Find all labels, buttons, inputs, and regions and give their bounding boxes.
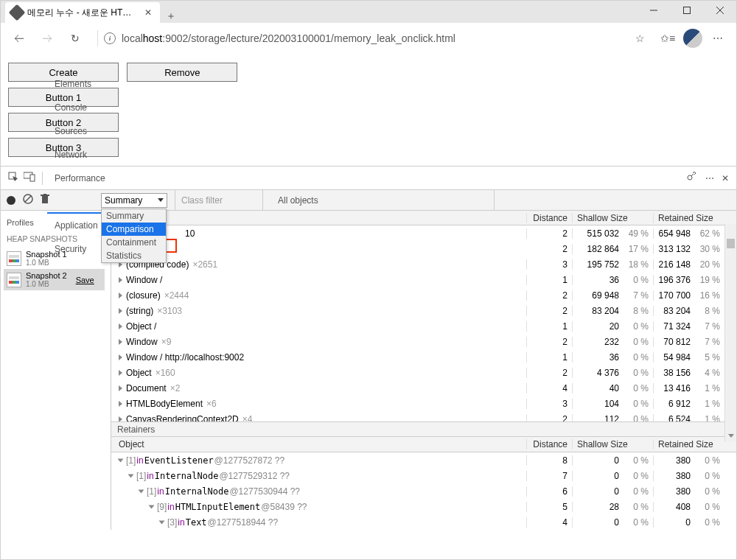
object-filter-dropdown[interactable]: All objects <box>270 190 495 211</box>
svg-rect-6 <box>30 175 35 181</box>
devtools-tab-network[interactable]: Network <box>47 143 113 167</box>
dropdown-item-summary[interactable]: Summary <box>102 209 166 223</box>
devtools-tabs: ElementsConsoleSourcesNetworkPerformance… <box>1 167 736 190</box>
search-devtools-icon[interactable] <box>686 171 698 185</box>
forward-button[interactable]: 🡢 <box>35 26 60 51</box>
profile-avatar[interactable] <box>683 29 702 48</box>
devtools-tab-sources[interactable]: Sources <box>47 119 113 143</box>
grid-row[interactable]: (compiled code)×26513195 75218 %216 1482… <box>111 256 736 272</box>
scrollbar[interactable] <box>724 226 736 442</box>
svg-rect-13 <box>43 194 46 195</box>
devtools-tab-performance[interactable]: Performance <box>47 167 113 190</box>
clear-icon[interactable] <box>23 194 33 206</box>
browser-tab[interactable]: 메모리 누수 - 새로운 HTML 요소 ✕ <box>5 2 160 23</box>
retainer-row[interactable]: [1] in InternalNode @1277530944 ??600 %3… <box>111 483 736 499</box>
inspect-icon[interactable] <box>5 172 21 184</box>
refresh-button[interactable]: ↻ <box>63 26 88 51</box>
class-filter-input[interactable]: Class filter <box>175 190 263 211</box>
grid-row[interactable]: CanvasRenderingContext2D×421120 %6 5241 … <box>111 411 736 421</box>
memory-toolbar: Summary SummaryComparisonContainmentStat… <box>1 190 736 211</box>
retainer-row[interactable]: [1] in InternalNode @1277529312 ??700 %3… <box>111 468 736 483</box>
close-window-button[interactable] <box>703 1 736 20</box>
grid-header: Constructor Distance Shallow Size Retain… <box>111 211 736 225</box>
constructor-grid: Constructor Distance Shallow Size Retain… <box>111 211 736 530</box>
snapshot-item-selected[interactable]: Snapshot 21.0 MB Save <box>4 269 105 290</box>
chevron-down-icon <box>158 198 164 202</box>
tab-title: 메모리 누수 - 새로운 HTML 요소 <box>27 7 138 19</box>
retainer-row[interactable]: [1] in EventListener @1277527872 ??800 %… <box>111 452 736 468</box>
new-tab-button[interactable]: ＋ <box>160 10 182 23</box>
window-titlebar: 메모리 누수 - 새로운 HTML 요소 ✕ ＋ <box>1 1 736 23</box>
grid-row[interactable]: 2182 86417 %313 13230 % <box>111 241 736 256</box>
grid-row[interactable]: HTMLBodyElement×631040 %6 9121 % <box>111 396 736 411</box>
grid-row[interactable]: 102515 03249 %654 94862 % <box>111 225 736 241</box>
grid-row[interactable]: Window /1360 %196 37619 % <box>111 272 736 287</box>
close-devtools-icon[interactable]: ✕ <box>722 173 729 183</box>
window-controls <box>637 1 736 20</box>
minimize-button[interactable] <box>637 1 670 20</box>
dropdown-item-containment[interactable]: Containment <box>102 236 166 249</box>
snapshot-icon <box>7 251 21 266</box>
devtools-menu-icon[interactable]: ⋯ <box>705 173 714 183</box>
dropdown-item-comparison[interactable]: Comparison <box>102 223 166 236</box>
view-dropdown[interactable]: Summary SummaryComparisonContainmentStat… <box>101 193 167 208</box>
back-button[interactable]: 🡠 <box>7 26 32 51</box>
view-dropdown-menu: SummaryComparisonContainmentStatistics <box>101 209 167 263</box>
address-bar[interactable]: i localhost:9002/storage/lecture/2020031… <box>101 27 624 49</box>
devtools-panel: ElementsConsoleSourcesNetworkPerformance… <box>1 166 736 530</box>
scrollbar[interactable] <box>724 224 736 239</box>
svg-line-8 <box>691 174 694 176</box>
dropdown-item-statistics[interactable]: Statistics <box>102 249 166 262</box>
record-icon[interactable] <box>7 196 15 205</box>
grid-row[interactable]: Window×922320 %70 8127 % <box>111 334 736 349</box>
devtools-tab-console[interactable]: Console <box>47 96 113 119</box>
grid-row[interactable]: (closure)×2444269 9487 %170 70016 % <box>111 287 736 303</box>
retainer-row[interactable]: [9] in HTMLInputElement @58439 ??5280 %4… <box>111 499 736 514</box>
close-tab-icon[interactable]: ✕ <box>142 7 154 18</box>
more-icon[interactable]: ⋯ <box>705 26 730 51</box>
save-link[interactable]: Save <box>76 276 94 284</box>
maximize-button[interactable] <box>670 1 703 20</box>
url-text: localhost:9002/storage/lecture/202003100… <box>122 32 455 44</box>
grid-row[interactable]: Object /1200 %71 3247 % <box>111 318 736 334</box>
favorite-icon[interactable]: ☆ <box>627 26 652 51</box>
svg-line-10 <box>25 196 31 202</box>
tab-strip: 메모리 누수 - 새로운 HTML 요소 ✕ ＋ <box>1 1 182 23</box>
retainer-row[interactable]: [3] in Text @1277518944 ??400 %00 % <box>111 514 736 530</box>
retainers-section: Retainers Object Distance Shallow Size R… <box>111 421 736 530</box>
heap-heading: HEAP SNAPSHOTS <box>7 234 105 243</box>
retainers-header: Object Distance Shallow Size Retained Si… <box>111 437 736 452</box>
profiles-heading: Profiles <box>7 218 105 227</box>
devtools-tab-elements[interactable]: Elements <box>47 72 113 96</box>
grid-row[interactable]: (string)×3103283 2048 %83 2048 % <box>111 303 736 318</box>
grid-row[interactable]: Window / http://localhost:90021360 %54 9… <box>111 349 736 365</box>
browser-toolbar: 🡠 🡢 ↻ i localhost:9002/storage/lecture/2… <box>1 23 736 54</box>
favicon-icon <box>9 4 26 21</box>
grid-row[interactable]: Object×16024 3760 %38 1564 % <box>111 365 736 380</box>
svg-rect-11 <box>42 196 48 203</box>
favorites-list-icon[interactable]: ✩≡ <box>655 26 680 51</box>
svg-rect-1 <box>683 7 690 14</box>
snapshot-icon <box>7 273 21 287</box>
grid-row[interactable]: Document×24400 %13 4161 % <box>111 380 736 396</box>
trash-icon[interactable] <box>41 194 49 206</box>
profiles-sidebar: Profiles HEAP SNAPSHOTS Snapshot 11.0 MB… <box>1 211 111 530</box>
chevron-down-icon[interactable] <box>728 430 734 441</box>
snapshot-item[interactable]: Snapshot 11.0 MB <box>4 248 105 269</box>
info-icon[interactable]: i <box>104 32 116 44</box>
retainers-heading: Retainers <box>111 422 736 437</box>
view-dropdown-label: Summary <box>105 195 142 206</box>
device-toggle-icon[interactable] <box>21 172 38 184</box>
remove-button[interactable]: Remove <box>127 63 237 82</box>
